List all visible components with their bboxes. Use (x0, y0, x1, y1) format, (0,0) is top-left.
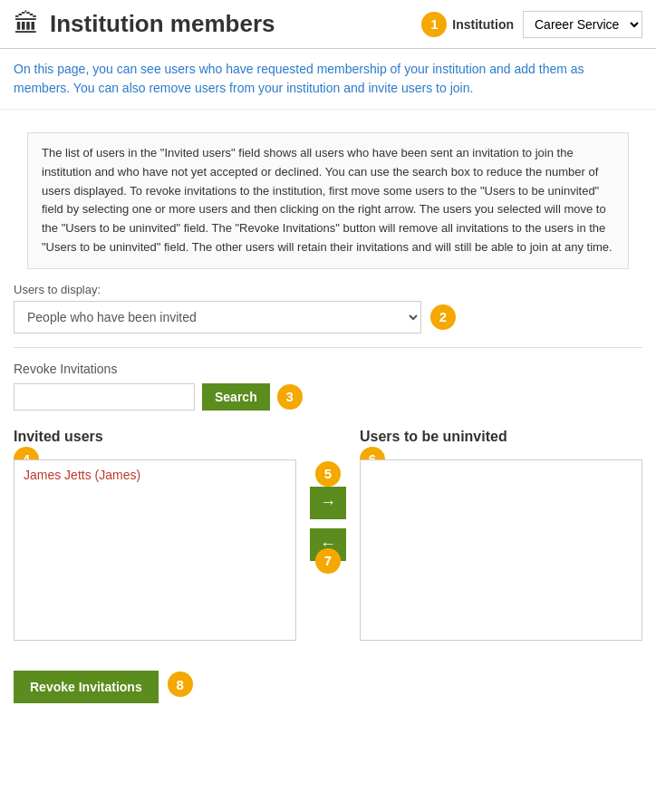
page-title: Institution members (50, 10, 275, 38)
uninvited-users-column: Users to be uninvited 6 (360, 429, 642, 643)
users-to-display-label: Users to display: (14, 283, 642, 296)
transfer-buttons-column: 5 → ← 7 (296, 474, 360, 561)
institution-badge: 1 Institution (421, 12, 514, 37)
badge-1: 1 (421, 12, 447, 37)
main-content: The list of users in the "Invited users"… (0, 110, 656, 712)
badge-5: 5 (315, 461, 341, 487)
page-header: 🏛 Institution members 1 Institution Care… (0, 0, 656, 49)
institution-icon: 🏛 (14, 9, 39, 39)
revoke-button-row: Revoke Invitations 8 (14, 666, 642, 703)
header-right: 1 Institution Career Service (421, 11, 642, 38)
divider (14, 347, 642, 348)
revoke-invitations-button[interactable]: Revoke Invitations (14, 671, 159, 703)
users-display-select[interactable]: People who have been invitedAll usersMem… (14, 301, 421, 334)
search-button[interactable]: Search (202, 383, 270, 411)
revoke-section-label: Revoke Invitations (14, 362, 642, 376)
uninvited-users-title: Users to be uninvited (360, 429, 507, 445)
badge-3: 3 (277, 384, 303, 410)
badge-2: 2 (430, 304, 456, 330)
move-right-button[interactable]: → (310, 487, 346, 519)
columns-area: Invited users 4 James Jetts (James) 5 → … (14, 429, 642, 643)
invited-users-column: Invited users 4 James Jetts (James) (14, 429, 296, 643)
badge-8: 8 (168, 672, 193, 697)
invited-user-item[interactable]: James Jetts (James) (18, 464, 292, 486)
title-area: 🏛 Institution members (14, 9, 421, 39)
search-row: Search 3 (14, 383, 642, 411)
uninvited-users-list[interactable] (360, 459, 642, 641)
intro-text: On this page, you can see users who have… (0, 49, 656, 110)
institution-label: Institution (452, 17, 514, 32)
badge-7: 7 (315, 548, 341, 574)
invited-users-title: Invited users (14, 429, 103, 445)
users-to-display-section: Users to display: People who have been i… (14, 283, 642, 334)
search-input[interactable] (14, 383, 195, 411)
info-box: The list of users in the "Invited users"… (27, 132, 629, 269)
institution-select[interactable]: Career Service (523, 11, 642, 38)
select-row: People who have been invitedAll usersMem… (14, 301, 642, 334)
invited-users-list[interactable]: James Jetts (James) (14, 459, 296, 641)
